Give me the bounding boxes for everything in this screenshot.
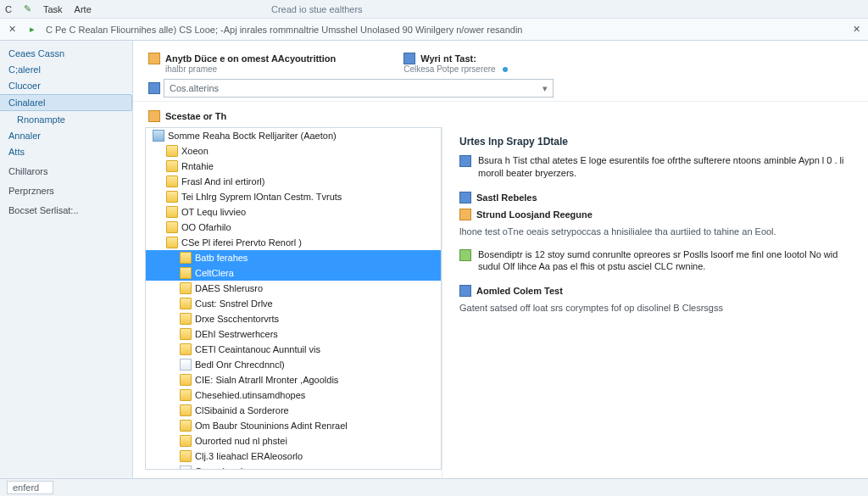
tree-node[interactable]: Drxe Sscchentorvrts — [146, 311, 441, 326]
sidebar-item[interactable]: C;alerel — [0, 62, 132, 77]
tree-node[interactable]: Chesehied.utinsamdhopes — [146, 387, 441, 403]
breadcrumb: C Pe C Realan Fliournihes alle) CS Looe;… — [46, 25, 522, 35]
folder-icon — [180, 435, 192, 447]
menu-item[interactable]: C — [5, 4, 12, 14]
tree-node[interactable]: Xoeon — [146, 143, 441, 159]
tree-node[interactable]: Ourorted nud nl phstei — [146, 433, 441, 449]
folder-icon — [180, 389, 192, 401]
tree-node[interactable]: Rntahie — [146, 159, 441, 174]
tree-panel[interactable]: Somme Reaha Boctk Relljariter (Aaeton)Xo… — [145, 127, 442, 470]
task-icon — [403, 53, 415, 64]
folder-icon — [180, 328, 192, 340]
sidebar-item[interactable]: Atts — [0, 144, 132, 159]
refresh-icon[interactable]: ▸ — [25, 23, 39, 36]
folder-icon — [180, 374, 192, 386]
folder-icon — [180, 343, 192, 355]
tree-node[interactable]: ClSibainid a Sorderore — [146, 403, 441, 418]
sidebar-item[interactable]: Clucoer — [0, 78, 132, 93]
folder-icon — [166, 145, 178, 157]
sidebar: Ceaes CassnC;alerelClucoerCinalarelRnona… — [0, 41, 133, 478]
tree-node[interactable]: Om Baubr Stouninions Adint Renrael — [146, 418, 441, 433]
folder-icon — [180, 450, 192, 462]
sidebar-item[interactable]: Ceaes Cassn — [0, 46, 132, 61]
folder-icon — [180, 252, 192, 264]
secondary-subtitle: Celkesa Potpe rprserere — [403, 64, 495, 74]
tree-node[interactable]: CSe Pl iferei Prervto Renorl ) — [146, 235, 441, 250]
note-icon — [459, 249, 471, 261]
sidebar-item[interactable]: Cinalarel — [0, 94, 132, 111]
file-icon — [180, 465, 192, 470]
file-icon — [180, 359, 192, 371]
tree-node[interactable]: Bedl Onr Chrecdnncl) — [146, 357, 441, 372]
folder-icon — [166, 221, 178, 233]
search-icon — [148, 82, 160, 94]
tree-node[interactable]: Somme Reaha Boctk Relljariter (Aaeton) — [146, 128, 441, 143]
info-icon — [459, 155, 471, 167]
detail-heading[interactable]: Aomled Colem Test — [459, 285, 853, 297]
tree-node[interactable]: CeltClera — [146, 265, 441, 281]
folder-icon — [180, 313, 192, 325]
sidebar-item[interactable]: Annaler — [0, 128, 132, 143]
tree-node[interactable]: Clj.3 Iieahacl ERAleosorlo — [146, 449, 441, 464]
toolbar: ✕ ▸ C Pe C Realan Fliournihes alle) CS L… — [0, 19, 868, 41]
section-label: Scestae or Th — [148, 110, 868, 122]
sidebar-item[interactable]: Rnonampte — [0, 112, 132, 127]
link-icon — [459, 192, 471, 203]
folder-icon — [166, 237, 178, 248]
folder-icon — [180, 298, 192, 309]
status-dot-icon — [503, 67, 508, 72]
chevron-down-icon[interactable]: ▾ — [542, 83, 548, 94]
sidebar-item[interactable]: Perprzners — [0, 183, 132, 198]
wand-icon[interactable]: ✎ — [24, 3, 31, 14]
tree-node[interactable]: CETl Ceaintanouc Aunntuil vis — [146, 342, 441, 357]
detail-heading[interactable]: Sastl Rebeles — [459, 192, 853, 203]
folder-icon — [166, 206, 178, 218]
statusbar: enferd — [0, 478, 868, 496]
detail-heading[interactable]: Strund Loosjand Reegune — [459, 209, 853, 220]
detail-text: lhone test oTne oeais setrypoccas a hnis… — [459, 226, 853, 238]
page-title: Anytb Düce e on omest AAcyoutrittion — [148, 53, 336, 64]
sidebar-item[interactable]: Bocset Serlisat:.. — [0, 203, 132, 218]
tree-node[interactable]: Geosol nod — [146, 464, 441, 470]
tree-node[interactable]: Cust: Snstrel Drlve — [146, 296, 441, 311]
close-icon[interactable]: ✕ — [5, 23, 19, 36]
sidebar-item[interactable]: Chillarors — [0, 164, 132, 179]
tree-node[interactable]: CIE: Sialn Atrarll Mronter ,Agooldis — [146, 372, 441, 387]
tree-node[interactable]: Tei Lhlrg Syprem lOntan Cestm. Tvruts — [146, 189, 441, 204]
window-title: Cread io stue ealthers — [271, 0, 363, 19]
tree-node[interactable]: DEhI Sestrwerhcers — [146, 326, 441, 342]
folder-icon — [180, 282, 192, 294]
folder-icon — [166, 176, 178, 187]
tree-node[interactable]: Batb ferahes — [146, 250, 441, 265]
secondary-title: Wyri nt Tast: — [403, 53, 507, 64]
tree-node[interactable]: DAES Shlerusro — [146, 281, 441, 296]
app-icon — [148, 53, 160, 64]
section-icon — [148, 110, 160, 122]
folder-icon — [166, 191, 178, 203]
menubar: C ✎ Task Arte — [0, 0, 868, 19]
close-icon[interactable]: ✕ — [849, 23, 863, 36]
tree-node[interactable]: OO Ofarhilo — [146, 220, 441, 235]
tree-node[interactable]: Frasl And inl ertirorl) — [146, 174, 441, 189]
search-input[interactable]: Cos.alterins ▾ — [164, 79, 554, 98]
tree-node[interactable]: OT Lequ livvieo — [146, 204, 441, 220]
detail-text: Gatent satsed off loat srs corymptes fof… — [459, 302, 853, 315]
detail-title: Urtes lnp Srapy 1Dtale — [459, 136, 853, 148]
comp-icon — [153, 130, 164, 142]
folder-icon — [180, 267, 192, 279]
folder-icon — [180, 404, 192, 416]
detail-panel: Urtes lnp Srapy 1Dtale Bsura h Tist ctha… — [442, 127, 868, 478]
menu-item[interactable]: Arte — [75, 4, 92, 14]
link-icon — [459, 209, 471, 220]
menu-item[interactable]: Task — [43, 4, 63, 14]
status-field[interactable]: enferd — [7, 481, 53, 494]
page-subtitle: ihalbr pramee — [165, 64, 336, 74]
folder-icon — [166, 160, 178, 172]
folder-icon — [180, 420, 192, 432]
link-icon — [459, 285, 471, 297]
